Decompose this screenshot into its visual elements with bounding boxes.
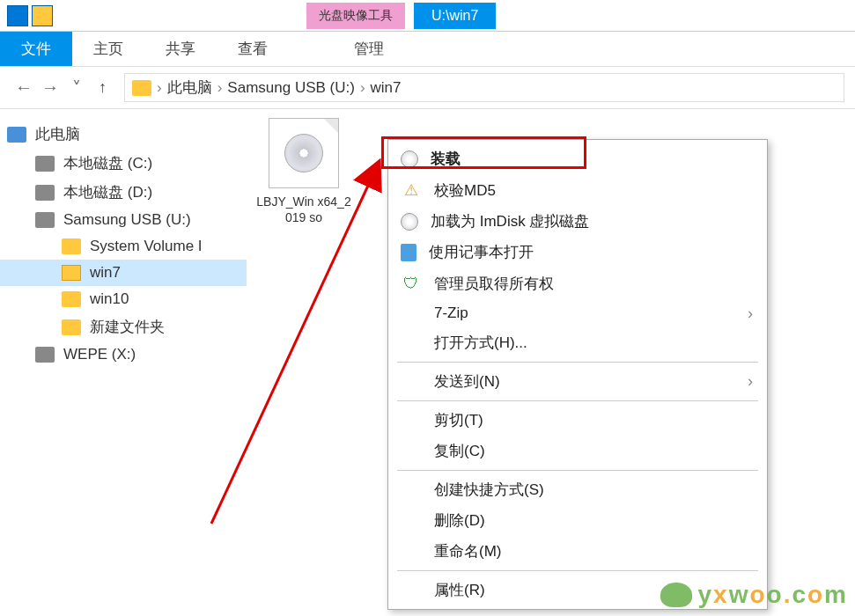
titlebar-icons xyxy=(0,5,60,26)
ribbon-context-tab: 光盘映像工具 xyxy=(306,3,405,29)
ctx-label: 打开方式(H)... xyxy=(434,333,527,353)
ribbon-tabs: 文件 主页 共享 查看 管理 xyxy=(0,32,855,67)
ctx-copy[interactable]: 复制(C) xyxy=(388,436,767,466)
shield-warn-icon: ⚠ xyxy=(401,180,422,201)
ctx-label: 删除(D) xyxy=(434,510,485,531)
tree-item-pc[interactable]: 此电脑 xyxy=(0,120,247,149)
context-menu: 装载 ⚠ 校验MD5 加载为 ImDisk 虚拟磁盘 使用记事本打开 🛡 管理员… xyxy=(387,139,768,610)
breadcrumb-item-win7[interactable]: win7 xyxy=(371,79,402,97)
nav-tree: 此电脑 本地磁盘 (C:) 本地磁盘 (D:) Samsung USB (U:)… xyxy=(0,109,247,616)
ctx-7zip[interactable]: 7-Zip › xyxy=(388,299,767,327)
pc-icon xyxy=(7,127,26,143)
ctx-notepad[interactable]: 使用记事本打开 xyxy=(388,237,767,268)
ctx-label: 剪切(T) xyxy=(434,410,483,430)
tree-label: 本地磁盘 (C:) xyxy=(63,153,152,173)
disc-icon xyxy=(284,134,323,172)
tab-file[interactable]: 文件 xyxy=(0,32,72,66)
ctx-label: 装载 xyxy=(431,149,461,169)
file-name-label: LBJY_Win x64_2019 so xyxy=(255,194,352,225)
separator xyxy=(397,570,758,571)
ctx-shortcut[interactable]: 创建快捷方式(S) xyxy=(388,474,767,505)
folder-icon xyxy=(132,80,151,96)
tree-item-win10[interactable]: win10 xyxy=(0,286,247,312)
separator xyxy=(397,470,758,471)
tree-item-wepe[interactable]: WEPE (X:) xyxy=(0,341,247,368)
tab-share[interactable]: 共享 xyxy=(144,32,217,66)
watermark: yxwoo.com xyxy=(660,581,848,609)
ctx-label: 创建快捷方式(S) xyxy=(434,480,544,500)
window-title: U:\win7 xyxy=(414,3,496,29)
tree-label: 此电脑 xyxy=(35,124,80,144)
navbar: ← → ˅ ↑ › 此电脑 › Samsung USB (U:) › win7 xyxy=(0,67,855,109)
ctx-label: 加载为 ImDisk 虚拟磁盘 xyxy=(431,211,589,231)
ctx-label: 管理员取得所有权 xyxy=(434,274,554,294)
folder-open-icon xyxy=(62,265,81,281)
tree-item-newfolder[interactable]: 新建文件夹 xyxy=(0,312,247,341)
breadcrumb-sep: › xyxy=(360,79,365,97)
ctx-imdisk[interactable]: 加载为 ImDisk 虚拟磁盘 xyxy=(388,206,767,237)
titlebar: 光盘映像工具 U:\win7 xyxy=(0,0,855,32)
tab-home[interactable]: 主页 xyxy=(72,32,144,66)
chevron-right-icon: › xyxy=(748,304,753,323)
tree-item-disk-d[interactable]: 本地磁盘 (D:) xyxy=(0,178,247,207)
iso-file-icon xyxy=(269,118,339,188)
tree-label: System Volume I xyxy=(90,238,203,255)
watermark-logo-icon xyxy=(660,583,692,607)
ctx-delete[interactable]: 删除(D) xyxy=(388,505,767,536)
tree-label: 本地磁盘 (D:) xyxy=(63,182,152,202)
nav-back-button[interactable]: ← xyxy=(11,77,37,98)
watermark-text: yxwoo.com xyxy=(697,581,848,609)
ctx-label: 使用记事本打开 xyxy=(429,242,534,262)
tab-view[interactable]: 查看 xyxy=(217,32,289,66)
ctx-cut[interactable]: 剪切(T) xyxy=(388,405,767,436)
tree-item-win7[interactable]: win7 xyxy=(0,260,247,286)
folder-icon xyxy=(32,5,53,26)
separator xyxy=(397,362,758,363)
folder-icon xyxy=(62,238,81,254)
chevron-right-icon: › xyxy=(748,372,753,391)
separator xyxy=(397,400,758,401)
breadcrumb-item-usb[interactable]: Samsung USB (U:) xyxy=(227,79,355,97)
app-icon xyxy=(7,5,28,26)
ctx-admin-own[interactable]: 🛡 管理员取得所有权 xyxy=(388,268,767,299)
tree-item-usb[interactable]: Samsung USB (U:) xyxy=(0,207,247,233)
breadcrumb-sep: › xyxy=(157,79,162,97)
ctx-md5[interactable]: ⚠ 校验MD5 xyxy=(388,174,767,206)
tree-item-disk-c[interactable]: 本地磁盘 (C:) xyxy=(0,149,247,178)
nav-up-button[interactable]: ↑ xyxy=(90,78,115,97)
ctx-label: 7-Zip xyxy=(434,304,468,322)
nav-dropdown-icon[interactable]: ˅ xyxy=(63,77,90,99)
tree-label: WEPE (X:) xyxy=(63,346,136,363)
folder-icon xyxy=(62,291,81,307)
nav-forward-button[interactable]: → xyxy=(37,77,63,98)
breadcrumb[interactable]: › 此电脑 › Samsung USB (U:) › win7 xyxy=(124,73,844,102)
tree-label: win10 xyxy=(90,290,129,308)
ctx-label: 重命名(M) xyxy=(434,541,501,561)
tree-label: Samsung USB (U:) xyxy=(63,211,191,229)
breadcrumb-item-pc[interactable]: 此电脑 xyxy=(167,77,212,98)
folder-icon xyxy=(62,319,81,335)
ctx-label: 发送到(N) xyxy=(434,371,500,392)
tab-manage[interactable]: 管理 xyxy=(333,32,405,66)
disk-icon xyxy=(35,156,55,172)
tree-label: 新建文件夹 xyxy=(90,317,165,337)
file-item-iso[interactable]: LBJY_Win x64_2019 so xyxy=(255,118,352,225)
disk-icon xyxy=(35,185,55,201)
notepad-icon xyxy=(401,244,416,261)
breadcrumb-sep: › xyxy=(217,79,223,97)
tree-item-sysvol[interactable]: System Volume I xyxy=(0,233,247,260)
ctx-mount[interactable]: 装载 xyxy=(388,143,767,174)
disc-icon xyxy=(401,150,418,168)
shield-green-icon: 🛡 xyxy=(401,273,422,294)
ctx-label: 校验MD5 xyxy=(434,180,496,201)
disc-icon xyxy=(401,213,418,231)
ctx-label: 复制(C) xyxy=(434,441,485,461)
disk-icon xyxy=(35,347,55,363)
ctx-openwith[interactable]: 打开方式(H)... xyxy=(388,327,767,358)
disk-icon xyxy=(35,212,55,228)
ctx-sendto[interactable]: 发送到(N) › xyxy=(388,366,767,397)
ctx-label: 属性(R) xyxy=(434,580,485,600)
ctx-rename[interactable]: 重命名(M) xyxy=(388,536,767,567)
tree-label: win7 xyxy=(90,264,121,282)
